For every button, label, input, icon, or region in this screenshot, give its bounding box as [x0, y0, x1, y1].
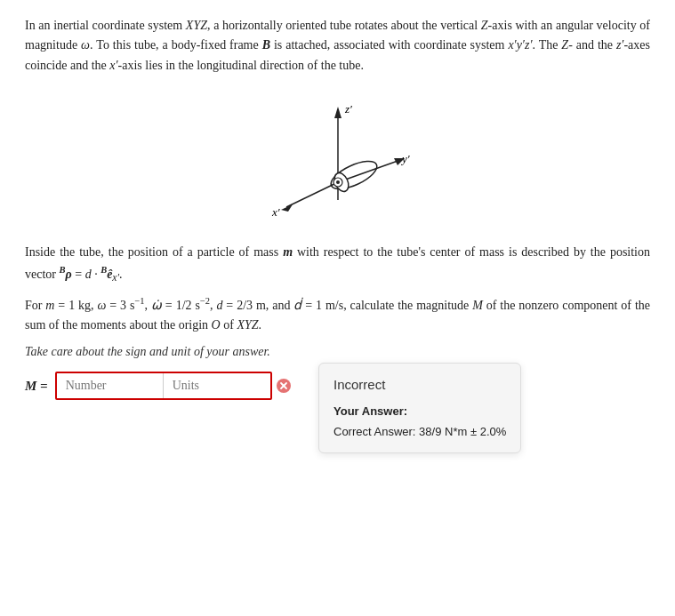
feedback-correct-answer: Correct Answer: 38/9 N*m ± 2.0%: [333, 423, 506, 442]
paragraph1: In an inertial coordinate system XYZ, a …: [25, 16, 650, 76]
svg-text:x′: x′: [271, 205, 280, 219]
feedback-box: Incorrect Your Answer: Correct Answer: 3…: [318, 363, 521, 454]
correct-answer-label: Correct Answer:: [333, 425, 415, 438]
svg-marker-1: [334, 107, 342, 118]
svg-marker-7: [281, 204, 293, 212]
feedback-status: Incorrect: [333, 374, 506, 396]
units-input[interactable]: [164, 373, 270, 398]
feedback-your-answer-label: Your Answer:: [333, 403, 506, 421]
svg-text:z′: z′: [344, 102, 352, 116]
svg-line-6: [286, 182, 338, 207]
hint-text: Take care about the sign and unit of you…: [25, 342, 650, 362]
answer-row: M = Incorrect Your Answer: Correct Answe…: [25, 372, 650, 400]
paragraph2: Inside the tube, the position of a parti…: [25, 243, 650, 287]
svg-point-12: [336, 180, 340, 184]
x-circle-icon: [276, 378, 292, 394]
figure: z′ y′ x′: [25, 84, 650, 227]
clear-button[interactable]: [276, 378, 292, 394]
coordinate-diagram: z′ y′ x′: [249, 84, 427, 227]
paragraph3: For m = 1 kg, ω = 3 s−1, ω̇ = 1/2 s−2, d…: [25, 294, 650, 335]
correct-answer-value: 38/9 N*m ± 2.0%: [419, 425, 506, 438]
m-label: M =: [25, 375, 48, 396]
number-input[interactable]: [57, 373, 164, 398]
answer-inputs-group: [55, 372, 272, 400]
svg-text:y′: y′: [400, 152, 410, 165]
problem-container: In an inertial coordinate system XYZ, a …: [25, 16, 650, 400]
